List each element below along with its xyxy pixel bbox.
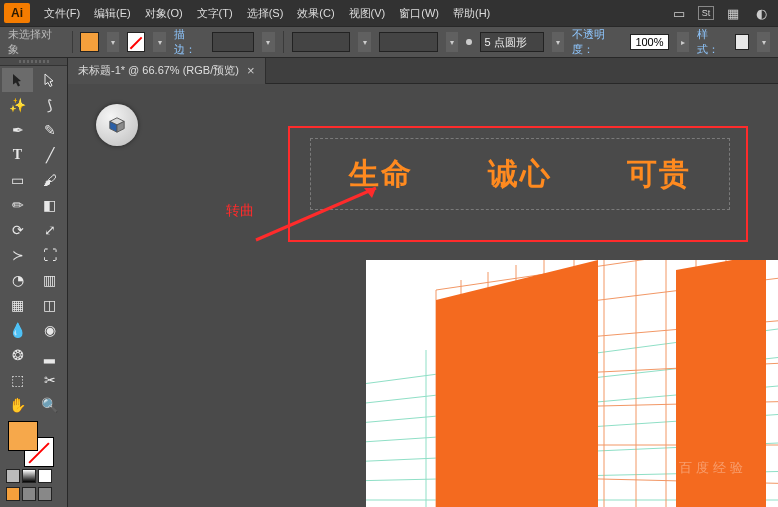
toolbox: ✨ ⟆ ✒ ✎ T ╱ ▭ 🖌 ✏ ◧ ⟳ ⤢ ≻ ⛶ ◔ ▥ ▦ ◫ 💧 ◉ … [0, 58, 68, 507]
bridge-icon[interactable]: St [698, 6, 714, 20]
none-mode-icon[interactable] [38, 469, 52, 483]
gpu-icon[interactable]: ◐ [752, 4, 770, 22]
gradient-tool[interactable]: ◫ [34, 293, 65, 317]
curvature-tool[interactable]: ✎ [34, 118, 65, 142]
watermark: 百度经验 [658, 453, 768, 483]
gradient-mode-icon[interactable] [22, 469, 36, 483]
vprofile-dropdown[interactable]: ▾ [446, 32, 459, 52]
fill-swatch[interactable] [80, 32, 98, 52]
lasso-tool[interactable]: ⟆ [34, 93, 65, 117]
stroke-weight-dropdown[interactable]: ▾ [262, 32, 275, 52]
app-logo: Ai [4, 3, 30, 23]
style-label: 样式： [697, 27, 727, 57]
direct-select-tool[interactable] [34, 68, 65, 92]
line-tool[interactable]: ╱ [34, 143, 65, 167]
opacity-label: 不透明度： [572, 27, 622, 57]
type-tool[interactable]: T [2, 143, 33, 167]
draw-inside-icon[interactable] [38, 487, 52, 501]
paintbrush-tool[interactable]: 🖌 [34, 168, 65, 192]
window-layout-icon[interactable]: ▭ [670, 4, 688, 22]
slice-tool[interactable]: ✂ [34, 368, 65, 392]
fill-stroke-swatches[interactable] [0, 419, 67, 467]
perspective-grid-tool[interactable]: ▥ [34, 268, 65, 292]
draw-normal-icon[interactable] [6, 487, 20, 501]
perspective-widget[interactable] [96, 104, 138, 146]
scale-tool[interactable]: ⤢ [34, 218, 65, 242]
stroke-dropdown[interactable]: ▾ [153, 32, 166, 52]
blend-tool[interactable]: ◉ [34, 318, 65, 342]
menu-view[interactable]: 视图(V) [343, 3, 392, 24]
width-tool[interactable]: ≻ [2, 243, 33, 267]
canvas-text-3: 可贵 [627, 154, 691, 195]
shape-builder-tool[interactable]: ◔ [2, 268, 33, 292]
canvas-text-2: 诚心 [488, 154, 552, 195]
menu-file[interactable]: 文件(F) [38, 3, 86, 24]
no-selection-label: 未选择对象 [8, 27, 64, 57]
graph-tool[interactable]: ▂ [34, 343, 65, 367]
stroke-weight-field[interactable] [212, 32, 254, 52]
eraser-tool[interactable]: ◧ [34, 193, 65, 217]
pencil-tool[interactable]: ✏ [2, 193, 33, 217]
menu-help[interactable]: 帮助(H) [447, 3, 496, 24]
zoom-tool[interactable]: 🔍 [34, 393, 65, 417]
fill-dropdown[interactable]: ▾ [107, 32, 120, 52]
toolbox-grip[interactable] [0, 58, 67, 66]
color-mode-icon[interactable] [6, 469, 20, 483]
mesh-tool[interactable]: ▦ [2, 293, 33, 317]
menu-window[interactable]: 窗口(W) [393, 3, 445, 24]
arrange-docs-icon[interactable]: ▦ [724, 4, 742, 22]
rotate-tool[interactable]: ⟳ [2, 218, 33, 242]
symbol-spray-tool[interactable]: ❂ [2, 343, 33, 367]
menu-object[interactable]: 对象(O) [139, 3, 189, 24]
opacity-field[interactable]: 100% [630, 34, 669, 50]
document-tab[interactable]: 未标题-1* @ 66.67% (RGB/预览) × [68, 58, 266, 84]
artboard-tool[interactable]: ⬚ [2, 368, 33, 392]
svg-marker-41 [436, 260, 598, 507]
bullet-icon [466, 39, 471, 45]
rectangle-tool[interactable]: ▭ [2, 168, 33, 192]
style-dropdown[interactable]: ▾ [757, 32, 770, 52]
menu-edit[interactable]: 编辑(E) [88, 3, 137, 24]
toolbox-fill[interactable] [8, 421, 38, 451]
magic-wand-tool[interactable]: ✨ [2, 93, 33, 117]
text-frame[interactable]: 生命 诚心 可贵 [310, 138, 730, 210]
vprofile-preview[interactable] [379, 32, 438, 52]
opacity-dropdown[interactable]: ▸ [677, 32, 690, 52]
menu-effect[interactable]: 效果(C) [291, 3, 340, 24]
close-tab-icon[interactable]: × [247, 63, 255, 78]
free-transform-tool[interactable]: ⛶ [34, 243, 65, 267]
pen-tool[interactable]: ✒ [2, 118, 33, 142]
style-swatch[interactable] [735, 34, 750, 50]
menu-type[interactable]: 文字(T) [191, 3, 239, 24]
brush-definition-field[interactable]: 5 点圆形 [480, 32, 544, 52]
canvas-area[interactable]: 生命 诚心 可贵 转曲 [68, 84, 778, 507]
stroke-swatch[interactable] [127, 32, 145, 52]
document-tab-title: 未标题-1* @ 66.67% (RGB/预览) [78, 63, 239, 78]
options-bar: 未选择对象 ▾ ▾ 描边： ▾ ▾ ▾ 5 点圆形 ▾ 不透明度： 100% ▸… [0, 26, 778, 58]
brush-preview[interactable] [292, 32, 351, 52]
brushdef-dropdown[interactable]: ▾ [552, 32, 565, 52]
stroke-label: 描边： [174, 27, 204, 57]
menu-select[interactable]: 选择(S) [241, 3, 290, 24]
annotation-label: 转曲 [226, 202, 254, 220]
canvas-text-1: 生命 [349, 154, 413, 195]
eyedropper-tool[interactable]: 💧 [2, 318, 33, 342]
selection-tool[interactable] [2, 68, 33, 92]
hand-tool[interactable]: ✋ [2, 393, 33, 417]
draw-behind-icon[interactable] [22, 487, 36, 501]
brush-dropdown[interactable]: ▾ [358, 32, 371, 52]
